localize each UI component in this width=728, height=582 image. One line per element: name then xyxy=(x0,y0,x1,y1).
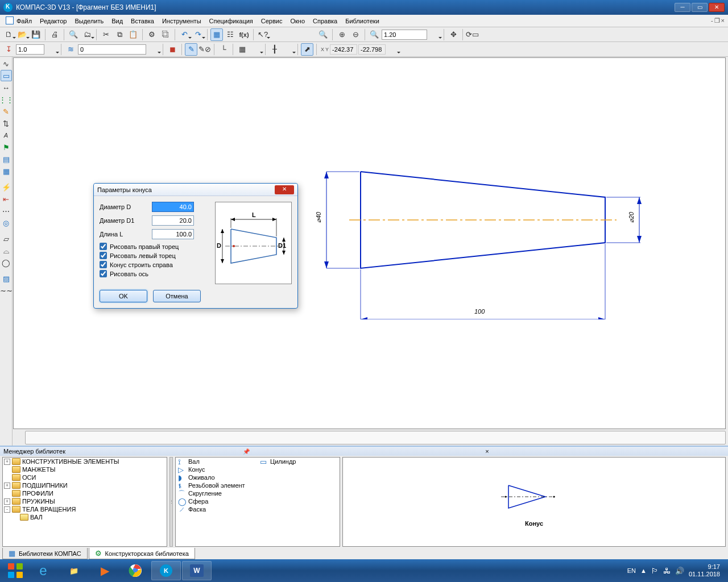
point-tool[interactable]: ∿ xyxy=(1,58,12,69)
scale-dropdown[interactable] xyxy=(46,43,58,56)
taskbar-app-word[interactable]: W xyxy=(182,561,212,580)
param-tool[interactable]: ⇅ xyxy=(1,118,12,129)
menu-help[interactable]: Справка xyxy=(309,16,341,26)
menu-spec[interactable]: Спецификация xyxy=(205,16,257,26)
local-cs-button[interactable]: ╂ xyxy=(268,43,281,56)
zoom-fit-button[interactable]: 🔍 xyxy=(317,28,329,41)
menu-service[interactable]: Сервис xyxy=(257,16,287,26)
menu-view[interactable]: Вид xyxy=(107,16,127,26)
drawing-canvas[interactable]: ⌀40 ⌀20 100 Параметры конуса ✕ xyxy=(13,57,726,429)
save-button[interactable]: 💾 xyxy=(30,28,42,41)
redo-button[interactable]: ↷ xyxy=(192,28,204,41)
round-button[interactable]: ⬈ xyxy=(301,43,313,56)
ck-right[interactable] xyxy=(100,243,107,250)
zoom-input[interactable] xyxy=(382,30,427,40)
snap-button[interactable]: ✎ xyxy=(185,43,197,56)
menu-editor[interactable]: Редактор xyxy=(36,16,71,26)
mdi-icon[interactable] xyxy=(3,15,13,27)
system-tray[interactable]: EN ▲ 🏳 🖧 🔊 9:1701.11.2018 xyxy=(627,563,725,578)
pin-icon[interactable]: 📌 xyxy=(243,448,482,455)
scale-input[interactable] xyxy=(16,44,44,55)
redraw-button[interactable]: ⟳▭ xyxy=(466,28,478,41)
tray-network-icon[interactable]: 🖧 xyxy=(663,567,671,575)
minimize-button[interactable]: ─ xyxy=(675,3,690,12)
tray-arrow-icon[interactable]: ▲ xyxy=(640,567,647,574)
ortho-button[interactable]: └ xyxy=(217,43,230,56)
cut-button[interactable]: ✂ xyxy=(100,28,112,41)
cs-dropdown[interactable] xyxy=(282,43,295,56)
zoom-dropdown[interactable] xyxy=(428,28,441,41)
measure-tool[interactable]: ⚡ xyxy=(1,181,12,193)
grid-dropdown[interactable] xyxy=(250,43,262,56)
zoom-out-button[interactable]: ⊖ xyxy=(349,28,362,41)
taskbar-app-player[interactable]: ▶ xyxy=(90,561,119,580)
taskbar-app-explorer[interactable]: 📁 xyxy=(59,561,89,580)
layer-dropdown[interactable] xyxy=(147,43,160,56)
tree-button[interactable]: ☷ xyxy=(224,28,237,41)
text-tool[interactable]: A xyxy=(1,130,12,141)
table-tool[interactable]: ▤ xyxy=(1,153,12,165)
library-mgr-button[interactable]: ▦ xyxy=(210,28,223,41)
doc-manager-button[interactable]: 🗂 xyxy=(81,28,93,41)
copy-props-button[interactable]: ⿻ xyxy=(159,28,172,41)
menu-tools[interactable]: Инструменты xyxy=(158,16,205,26)
symbol-tool[interactable]: ⋮⋮ xyxy=(1,94,12,105)
axis-tool[interactable]: ⋯ xyxy=(1,205,12,217)
taskbar-app-kompas[interactable]: K xyxy=(151,561,181,580)
line-tool[interactable]: ▭ xyxy=(1,70,12,81)
libmgr-close[interactable]: × xyxy=(485,448,725,455)
edit-tool[interactable]: ✎ xyxy=(1,106,12,117)
paste-button[interactable]: 📋 xyxy=(127,28,139,41)
tab-libs-kompas[interactable]: ▦Библиотеки КОМПАС xyxy=(2,548,88,559)
dialog-ok-button[interactable]: OK xyxy=(100,290,147,302)
tray-clock[interactable]: 9:1701.11.2018 xyxy=(689,563,720,578)
zoom-window-button[interactable]: 🔍 xyxy=(368,28,380,41)
splitter[interactable]: ⋮ xyxy=(169,457,173,547)
copy-button[interactable]: ⧉ xyxy=(113,28,126,41)
ck-left[interactable] xyxy=(100,252,107,259)
tab-constr-lib[interactable]: ⚙Конструкторская библиотека xyxy=(89,548,195,559)
properties-button[interactable]: ⚙ xyxy=(146,28,158,41)
menu-insert[interactable]: Вставка xyxy=(127,16,158,26)
dialog-title-bar[interactable]: Параметры конуса ✕ xyxy=(94,184,297,196)
spline-tool[interactable]: ∼∼ xyxy=(1,285,12,296)
dim-tool[interactable]: ↔ xyxy=(1,82,12,93)
hatch-tool[interactable]: ▨ xyxy=(1,273,12,284)
dialog-close-button[interactable]: ✕ xyxy=(275,185,294,194)
arc-tool[interactable]: ⌓ xyxy=(1,245,12,256)
snap-off-button[interactable]: ✎⊘ xyxy=(198,43,211,56)
tray-flag-icon[interactable]: 🏳 xyxy=(651,567,659,575)
libmgr-list[interactable]: ⟟Вал ▷Конус ◗Оживало ⫮Резьбовой элемент … xyxy=(175,457,340,547)
tray-volume-icon[interactable]: 🔊 xyxy=(675,567,684,575)
pan-button[interactable]: ✥ xyxy=(447,28,460,41)
open-button[interactable]: 📂 xyxy=(16,28,28,41)
close-button[interactable]: ✕ xyxy=(709,3,725,12)
taskbar-app-chrome[interactable] xyxy=(121,561,150,580)
start-button[interactable] xyxy=(3,561,27,580)
undo-button[interactable]: ↶ xyxy=(178,28,191,41)
mdi-minimize[interactable]: - xyxy=(711,17,713,24)
tray-lang[interactable]: EN xyxy=(627,567,636,574)
circle-tool-aux[interactable]: ◎ xyxy=(1,217,12,228)
stop-button[interactable]: ◼ xyxy=(166,43,179,56)
menu-window[interactable]: Окно xyxy=(286,16,309,26)
print-button[interactable]: 🖨 xyxy=(48,28,61,41)
spec-tool[interactable]: ▦ xyxy=(1,165,12,177)
libmgr-tree[interactable]: +КОНСТРУКТИВНЫЕ ЭЛЕМЕНТЫ МАНЖЕТЫ ОСИ +ПО… xyxy=(2,457,167,547)
menu-libs[interactable]: Библиотеки xyxy=(341,16,383,26)
diam-d1-input[interactable] xyxy=(152,215,194,226)
len-l-input[interactable] xyxy=(152,229,194,239)
ck-cone[interactable] xyxy=(100,261,107,268)
menu-select[interactable]: Выделить xyxy=(71,16,107,26)
new-button[interactable]: 🗋 xyxy=(2,28,15,41)
layers-button[interactable]: ≋ xyxy=(64,43,77,56)
dialog-cancel-button[interactable]: Отмена xyxy=(153,290,201,302)
zoom-in-button[interactable]: ⊕ xyxy=(336,28,348,41)
mdi-restore[interactable]: ❐ xyxy=(714,17,720,24)
rect-tool[interactable]: ▱ xyxy=(1,233,12,244)
layer-input[interactable] xyxy=(78,44,146,55)
variables-button[interactable]: f(x) xyxy=(238,28,250,41)
coord-dropdown[interactable] xyxy=(387,43,399,56)
grid-button[interactable]: ▦ xyxy=(236,43,249,56)
taskbar-app-ie[interactable]: e xyxy=(28,561,58,580)
